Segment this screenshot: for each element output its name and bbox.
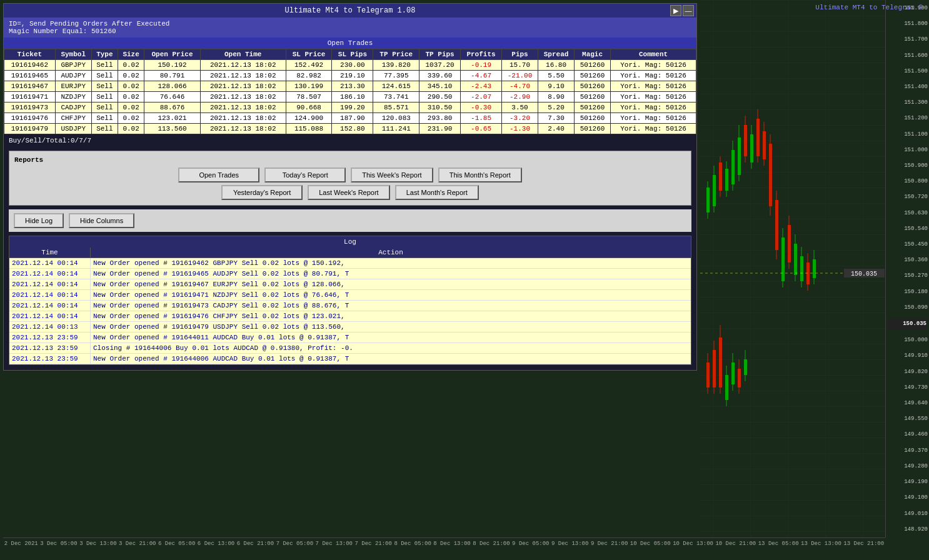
col-open-time: Open Time	[200, 49, 286, 60]
table-cell: Yori. Mag: 50126	[611, 81, 696, 92]
table-cell: 128.066	[144, 81, 201, 92]
hide-log-button[interactable]: Hide Log	[14, 213, 64, 228]
price-label: 151.500	[887, 66, 928, 76]
table-cell: 501260	[575, 81, 611, 92]
log-section: Log Time Action 2021.12.14 00:14New Orde…	[9, 236, 691, 365]
table-cell: -2.43	[461, 81, 502, 92]
table-cell: 0.02	[118, 102, 144, 113]
log-entry-time: 2021.12.13 23:59	[9, 332, 91, 342]
table-cell: USDJPY	[55, 124, 91, 134]
price-label: 150.900	[887, 161, 928, 171]
table-cell: 501260	[575, 60, 611, 71]
yesterdays-report-button[interactable]: Yesterday's Report	[221, 185, 303, 200]
col-pips: Pips	[502, 49, 538, 60]
time-label: 6 Dec 21:00	[237, 541, 274, 547]
time-label: 9 Dec 21:00	[591, 541, 628, 547]
table-cell: 501260	[575, 71, 611, 81]
time-axis: 2 Dec 2021 3 Dec 05:00 3 Dec 13:00 3 Dec…	[3, 538, 885, 549]
log-entry-time: 2021.12.13 23:59	[9, 343, 91, 353]
log-entry-action: New Order opened # 191644006 AUDCAD Buy …	[91, 354, 691, 364]
table-cell: 88.676	[144, 102, 201, 113]
table-cell: 5.20	[538, 102, 575, 113]
last-weeks-report-button[interactable]: Last Week's Report	[308, 185, 389, 200]
table-cell: 0.02	[118, 124, 144, 134]
log-entry: 2021.12.13 23:59New Order opened # 19164…	[9, 332, 691, 343]
table-cell: 2021.12.13 18:02	[200, 124, 286, 134]
table-cell: 191619465	[4, 71, 56, 81]
log-entry-action: New Order opened # 191619462 GBPJPY Sell…	[91, 258, 691, 268]
log-entries[interactable]: 2021.12.14 00:14New Order opened # 19161…	[9, 258, 691, 364]
table-cell: GBPJPY	[55, 60, 91, 71]
table-cell: 78.507	[286, 92, 332, 102]
time-label: 2 Dec 2021	[4, 541, 38, 547]
log-entry-time: 2021.12.14 00:13	[9, 322, 91, 332]
log-entry-action: New Order opened # 191619467 EURJPY Sell…	[91, 279, 691, 289]
summary-bar: Buy/Sell/Total:0/7/7	[4, 134, 696, 147]
watermark: Ultimate MT4 to Telegram ©	[815, 4, 923, 11]
table-cell: 152.492	[286, 60, 332, 71]
time-label: 3 Dec 21:00	[119, 541, 156, 547]
expand-button[interactable]: ▶	[670, 5, 681, 16]
table-cell: 139.820	[373, 60, 419, 71]
price-highlight: 150.035	[887, 318, 928, 329]
table-cell: Sell	[91, 71, 118, 81]
table-row: 191619473CADJPYSell0.0288.6762021.12.13 …	[4, 102, 696, 113]
log-entry: 2021.12.14 00:13New Order opened # 19161…	[9, 322, 691, 332]
open-trades-button[interactable]: Open Trades	[178, 168, 259, 182]
open-trades-header: Open Trades	[4, 38, 696, 49]
info-line1: ID=, Send Pending Orders After Executed	[9, 20, 691, 28]
table-cell: 0.02	[118, 71, 144, 81]
hide-columns-button[interactable]: Hide Columns	[69, 213, 134, 228]
table-cell: 150.192	[144, 60, 201, 71]
log-entry-action: Closing # 191644006 Buy 0.01 lots AUDCAD…	[91, 343, 691, 353]
table-cell: Yori. Mag: 50126	[611, 60, 696, 71]
price-label: 150.720	[887, 192, 928, 202]
table-cell: Sell	[91, 60, 118, 71]
col-type: Type	[91, 49, 118, 60]
table-cell: 345.10	[419, 81, 461, 92]
price-label: 151.400	[887, 82, 928, 92]
last-months-report-button[interactable]: Last Month's Report	[395, 185, 479, 200]
table-cell: 113.560	[144, 124, 201, 134]
price-label: 150.360	[887, 255, 928, 265]
time-label: 6 Dec 13:00	[198, 541, 234, 547]
this-weeks-report-button[interactable]: This Week's Report	[351, 168, 433, 182]
col-comment: Comment	[611, 49, 696, 60]
table-cell: 82.982	[286, 71, 332, 81]
table-cell: 191619462	[4, 60, 56, 71]
price-label: 151.800	[887, 19, 928, 29]
table-cell: -4.70	[502, 81, 538, 92]
table-cell: Yori. Mag: 50126	[611, 71, 696, 81]
svg-text:150.035: 150.035	[851, 271, 877, 278]
todays-report-button[interactable]: Today's Report	[264, 168, 346, 182]
log-entry: 2021.12.14 00:14New Order opened # 19161…	[9, 301, 691, 311]
action-buttons: Hide Log Hide Columns	[9, 209, 691, 232]
table-cell: 187.90	[332, 113, 373, 124]
price-label: 150.450	[887, 239, 928, 249]
price-label: 149.730	[887, 382, 928, 392]
time-label: 8 Dec 05:00	[394, 541, 431, 547]
log-entry: 2021.12.13 23:59New Order opened # 19164…	[9, 354, 691, 364]
log-entry-time: 2021.12.14 00:14	[9, 290, 91, 300]
this-months-report-button[interactable]: This Month's Report	[438, 168, 522, 182]
table-cell: CHFJPY	[55, 113, 91, 124]
table-cell: 0.02	[118, 113, 144, 124]
time-label: 9 Dec 13:00	[551, 541, 588, 547]
log-entry: 2021.12.14 00:14New Order opened # 19161…	[9, 311, 691, 322]
minimize-button[interactable]: —	[683, 5, 694, 16]
table-row: 191619465AUDJPYSell0.0280.7912021.12.13 …	[4, 71, 696, 81]
time-label: 10 Dec 05:00	[630, 541, 671, 547]
time-label: 6 Dec 05:00	[158, 541, 195, 547]
table-cell: Yori. Mag: 50126	[611, 124, 696, 134]
price-label: 150.090	[887, 302, 928, 312]
price-label: 150.180	[887, 287, 928, 297]
log-entry-action: New Order opened # 191619465 AUDJPY Sell…	[91, 269, 691, 279]
col-sl-price: SL Price	[286, 49, 332, 60]
table-row: 191619479USDJPYSell0.02113.5602021.12.13…	[4, 124, 696, 134]
log-col-action: Action	[91, 248, 691, 258]
price-label: 151.300	[887, 98, 928, 108]
log-entry-time: 2021.12.13 23:59	[9, 354, 91, 364]
table-cell: 0.02	[118, 81, 144, 92]
table-cell: Sell	[91, 113, 118, 124]
table-cell: 3.50	[502, 102, 538, 113]
